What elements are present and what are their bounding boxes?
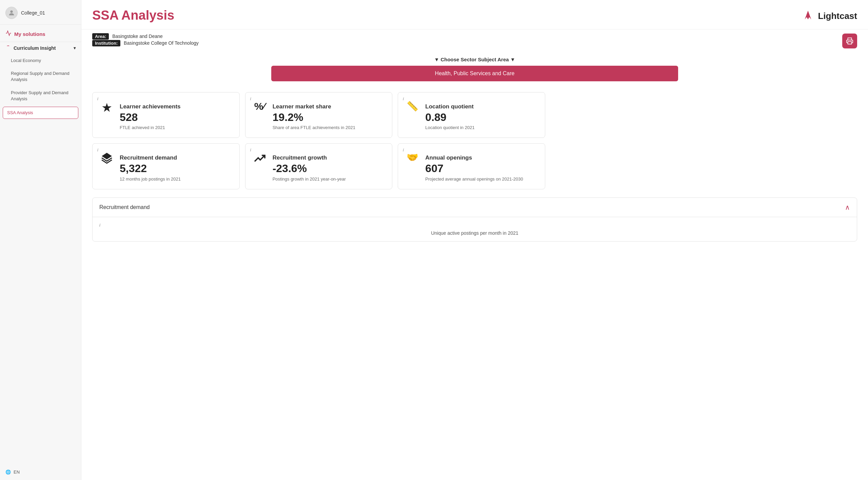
institution-label: Institution: — [92, 40, 120, 46]
username: College_01 — [21, 10, 45, 16]
ruler-icon: 📏 — [405, 101, 420, 112]
sidebar-item-regional-supply[interactable]: Regional Supply and Demand Analysis — [0, 67, 81, 86]
area-label: Area: — [92, 33, 109, 40]
sidebar: College_01 My solutions Curriculum Insig… — [0, 0, 81, 480]
kpi-title-3: Location quotient — [425, 103, 474, 110]
user-profile[interactable]: College_01 — [0, 0, 81, 25]
svg-rect-2 — [848, 42, 852, 44]
kpi-card-learner-achievements: i ★ Learner achievements 528 FTLE achiev… — [92, 92, 240, 138]
header-left: SSA Analysis — [92, 8, 174, 23]
kpi-subtitle-4: 12 months job postings in 2021 — [120, 176, 181, 182]
recruitment-section-toggle[interactable]: Recruitment demand ∧ — [93, 198, 857, 217]
kpi-value-5: -23.6% — [273, 163, 346, 174]
kpi-value-6: 607 — [425, 163, 523, 174]
globe-icon: 🌐 — [5, 469, 11, 475]
sector-button[interactable]: Health, Public Services and Care — [271, 66, 678, 81]
page-title: SSA Analysis — [92, 8, 174, 23]
sidebar-item-ssa-analysis[interactable]: SSA Analysis — [3, 107, 78, 119]
kpi-value-3: 0.89 — [425, 111, 474, 123]
my-solutions-link[interactable]: My solutions — [0, 25, 81, 42]
kpi-card-location-quotient: i 📏 Location quotient 0.89 Location quot… — [398, 92, 545, 138]
recruitment-demand-section: Recruitment demand ∧ i Unique active pos… — [92, 197, 857, 242]
logo: Lightcast — [802, 8, 857, 24]
kpi-title-6: Annual openings — [425, 154, 523, 161]
recruitment-info-icon: i — [99, 223, 100, 228]
percentage-icon: %∕ — [252, 101, 267, 112]
handshake-icon: 🤝 — [405, 152, 420, 163]
recruitment-section-body: i Unique active postings per month in 20… — [93, 217, 857, 241]
sector-selector-area: ▼ Choose Sector Subject Area ▼ Health, P… — [81, 51, 868, 87]
kpi-info-icon-2: i — [250, 97, 251, 101]
main-content: SSA Analysis Lightcast Area: Basingstoke… — [81, 0, 868, 480]
curriculum-icon — [5, 45, 11, 51]
area-value: Basingstoke and Deane — [112, 34, 163, 39]
meta-area: Area: Basingstoke and Deane Institution:… — [81, 29, 868, 51]
kpi-info-icon-6: i — [403, 148, 404, 152]
kpi-card-annual-openings: i 🤝 Annual openings 607 Projected averag… — [398, 143, 545, 189]
kpi-subtitle-6: Projected average annual openings on 202… — [425, 176, 523, 182]
sidebar-item-local-economy[interactable]: Local Economy — [0, 54, 81, 67]
language-selector[interactable]: 🌐 EN — [0, 464, 81, 480]
kpi-card-learner-market-share: i %∕ Learner market share 19.2% Share of… — [245, 92, 393, 138]
kpi-value-2: 19.2% — [273, 111, 355, 123]
kpi-card-recruitment-growth: i Recruitment growth -23.6% Postings gro… — [245, 143, 393, 189]
page-header: SSA Analysis Lightcast — [81, 0, 868, 29]
recruitment-subtitle: Unique active postings per month in 2021 — [99, 230, 850, 236]
kpi-card-recruitment-demand: i Recruitment demand 5,322 12 months job… — [92, 143, 240, 189]
solutions-icon — [5, 30, 12, 38]
kpi-grid: i ★ Learner achievements 528 FTLE achiev… — [81, 87, 556, 195]
kpi-subtitle-2: Share of area FTLE achievements in 2021 — [273, 125, 355, 131]
star-icon: ★ — [99, 101, 114, 115]
kpi-info-icon-1: i — [97, 97, 98, 101]
recruitment-section-title: Recruitment demand — [99, 204, 150, 210]
sector-label: ▼ Choose Sector Subject Area ▼ — [434, 57, 515, 62]
institution-value: Basingstoke College Of Technology — [124, 40, 199, 46]
kpi-subtitle-5: Postings growth in 2021 year-on-year — [273, 176, 346, 182]
kpi-info-icon-5: i — [250, 148, 251, 152]
kpi-info-icon-4: i — [97, 148, 98, 152]
trending-icon — [252, 152, 267, 164]
institution-line: Institution: Basingstoke College Of Tech… — [92, 40, 199, 46]
kpi-title-1: Learner achievements — [120, 103, 181, 110]
kpi-title-4: Recruitment demand — [120, 154, 181, 161]
chevron-up-icon: ∧ — [845, 203, 850, 211]
svg-marker-1 — [805, 11, 811, 20]
kpi-title-2: Learner market share — [273, 103, 355, 110]
dropdown-icon: ▾ — [74, 46, 76, 50]
avatar — [5, 7, 18, 19]
kpi-title-5: Recruitment growth — [273, 154, 346, 161]
institution-info: Area: Basingstoke and Deane Institution:… — [92, 34, 199, 47]
area-line: Area: Basingstoke and Deane — [92, 34, 199, 39]
curriculum-insight-section[interactable]: Curriculum Insight ▾ — [0, 42, 81, 54]
kpi-subtitle-1: FTLE achieved in 2021 — [120, 125, 181, 131]
lightcast-logo-icon — [802, 8, 814, 24]
header-right: Lightcast — [802, 8, 857, 24]
kpi-info-icon-3: i — [403, 97, 404, 101]
svg-point-0 — [10, 11, 13, 13]
sidebar-item-provider-supply[interactable]: Provider Supply and Demand Analysis — [0, 86, 81, 105]
print-button[interactable] — [842, 34, 857, 48]
kpi-value-4: 5,322 — [120, 163, 181, 174]
kpi-subtitle-3: Location quotient in 2021 — [425, 125, 474, 131]
kpi-value-1: 528 — [120, 111, 181, 123]
layers-icon — [99, 152, 114, 164]
